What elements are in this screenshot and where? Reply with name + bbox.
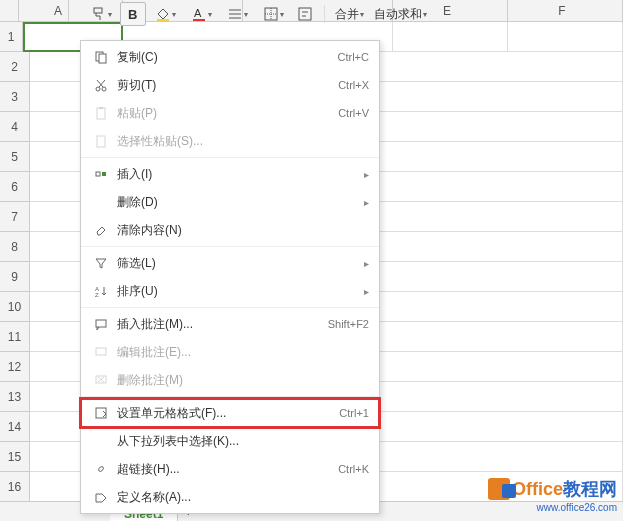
font-color-icon: A	[191, 6, 207, 22]
row-2[interactable]: 2	[0, 52, 30, 82]
row-4[interactable]: 4	[0, 112, 30, 142]
autosum-button[interactable]: 自动求和▾	[370, 2, 431, 26]
menu-separator	[81, 157, 379, 158]
menu-cut-label: 剪切(T)	[111, 77, 338, 94]
toolbar: ▾ B ▾ A▾ ▾ ▾ 合并▾ 自动求和▾	[80, 0, 623, 28]
menu-insert-comment[interactable]: 插入批注(M)... Shift+F2	[81, 310, 379, 338]
align-button[interactable]: ▾	[220, 2, 254, 26]
menu-format-cells-shortcut: Ctrl+1	[339, 407, 369, 419]
copy-icon	[91, 50, 111, 64]
row-15[interactable]: 15	[0, 442, 30, 472]
svg-rect-11	[97, 108, 105, 119]
submenu-icon: ▸	[364, 197, 369, 208]
svg-rect-12	[99, 107, 103, 109]
corner-cell[interactable]	[0, 0, 19, 22]
row-6[interactable]: 6	[0, 172, 30, 202]
merge-label: 合并	[335, 6, 359, 23]
watermark-brand1: Office	[512, 479, 563, 500]
menu-paste-special-label: 选择性粘贴(S)...	[111, 133, 369, 150]
menu-cut[interactable]: 剪切(T) Ctrl+X	[81, 71, 379, 99]
menu-paste[interactable]: 粘贴(P) Ctrl+V	[81, 99, 379, 127]
svg-rect-0	[94, 8, 102, 13]
menu-copy[interactable]: 复制(C) Ctrl+C	[81, 43, 379, 71]
format-painter-icon	[91, 6, 107, 22]
svg-rect-4	[193, 19, 205, 21]
clipboard-icon	[91, 106, 111, 120]
menu-define-name-label: 定义名称(A)...	[111, 489, 369, 506]
row-13[interactable]: 13	[0, 382, 30, 412]
menu-format-cells-label: 设置单元格格式(F)...	[111, 405, 339, 422]
row-5[interactable]: 5	[0, 142, 30, 172]
svg-rect-19	[96, 348, 106, 355]
menu-insert-comment-label: 插入批注(M)...	[111, 316, 328, 333]
menu-format-cells[interactable]: 设置单元格格式(F)... Ctrl+1	[81, 399, 379, 427]
menu-edit-comment-label: 编辑批注(E)...	[111, 344, 369, 361]
row-1[interactable]: 1	[0, 22, 23, 52]
menu-filter[interactable]: 筛选(L) ▸	[81, 249, 379, 277]
menu-copy-label: 复制(C)	[111, 49, 338, 66]
bold-button[interactable]: B	[120, 2, 146, 26]
menu-hyperlink[interactable]: 超链接(H)... Ctrl+K	[81, 455, 379, 483]
row-3[interactable]: 3	[0, 82, 30, 112]
menu-edit-comment[interactable]: 编辑批注(E)...	[81, 338, 379, 366]
borders-button[interactable]: ▾	[256, 2, 290, 26]
col-a[interactable]: A	[19, 0, 69, 22]
row-10[interactable]: 10	[0, 292, 30, 322]
borders-icon	[263, 6, 279, 22]
merge-button[interactable]: 合并▾	[331, 2, 368, 26]
menu-paste-special[interactable]: 选择性粘贴(S)...	[81, 127, 379, 155]
menu-delete[interactable]: 删除(D) ▸	[81, 188, 379, 216]
format-painter-button[interactable]: ▾	[84, 2, 118, 26]
svg-point-10	[102, 87, 106, 91]
menu-delete-comment-label: 删除批注(M)	[111, 372, 369, 389]
svg-rect-18	[96, 320, 106, 327]
menu-cut-shortcut: Ctrl+X	[338, 79, 369, 91]
menu-sort[interactable]: AZ 排序(U) ▸	[81, 277, 379, 305]
submenu-icon: ▸	[364, 286, 369, 297]
font-color-button[interactable]: A▾	[184, 2, 218, 26]
menu-paste-label: 粘贴(P)	[111, 105, 338, 122]
comment-icon	[91, 317, 111, 331]
svg-rect-13	[97, 136, 105, 147]
row-7[interactable]: 7	[0, 202, 30, 232]
row-12[interactable]: 12	[0, 352, 30, 382]
menu-separator	[81, 307, 379, 308]
menu-dropdown-list[interactable]: 从下拉列表中选择(K)...	[81, 427, 379, 455]
menu-insert-label: 插入(I)	[111, 166, 364, 183]
row-14[interactable]: 14	[0, 412, 30, 442]
row-16[interactable]: 16	[0, 472, 30, 502]
watermark-url: www.office26.com	[537, 502, 617, 513]
menu-paste-shortcut: Ctrl+V	[338, 107, 369, 119]
scissors-icon	[91, 78, 111, 92]
logo-icon	[488, 478, 510, 500]
menu-hyperlink-label: 超链接(H)...	[111, 461, 338, 478]
menu-clear[interactable]: 清除内容(N)	[81, 216, 379, 244]
menu-define-name[interactable]: 定义名称(A)...	[81, 483, 379, 511]
svg-text:A: A	[194, 7, 202, 19]
svg-text:Z: Z	[95, 292, 99, 298]
row-8[interactable]: 8	[0, 232, 30, 262]
menu-delete-label: 删除(D)	[111, 194, 364, 211]
filter-icon	[91, 256, 111, 270]
menu-clear-label: 清除内容(N)	[111, 222, 369, 239]
menu-delete-comment[interactable]: 删除批注(M)	[81, 366, 379, 394]
separator	[324, 5, 325, 23]
wrap-text-button[interactable]	[292, 2, 318, 26]
menu-insert[interactable]: 插入(I) ▸	[81, 160, 379, 188]
menu-sort-label: 排序(U)	[111, 283, 364, 300]
fill-color-button[interactable]: ▾	[148, 2, 182, 26]
svg-rect-14	[96, 172, 100, 176]
tag-icon	[91, 490, 111, 504]
autosum-label: 自动求和	[374, 6, 422, 23]
delete-comment-icon	[91, 373, 111, 387]
watermark-brand2: 教程网	[563, 477, 617, 501]
svg-rect-6	[299, 8, 311, 20]
bold-icon: B	[125, 6, 141, 22]
eraser-icon	[91, 223, 111, 237]
menu-insert-comment-shortcut: Shift+F2	[328, 318, 369, 330]
row-9[interactable]: 9	[0, 262, 30, 292]
row-11[interactable]: 11	[0, 322, 30, 352]
submenu-icon: ▸	[364, 258, 369, 269]
insert-icon	[91, 167, 111, 181]
svg-rect-15	[102, 172, 106, 176]
